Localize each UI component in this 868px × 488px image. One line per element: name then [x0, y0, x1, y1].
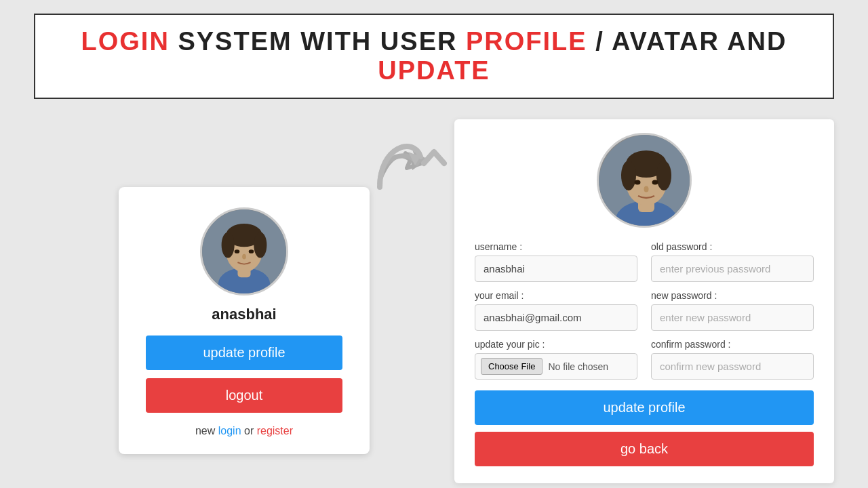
header-title: LOGIN SYSTEM WITH USER PROFILE / AVATAR … [56, 27, 812, 85]
old-password-input[interactable] [651, 256, 814, 282]
file-upload-group: update your pic : Choose File No file ch… [475, 339, 637, 380]
email-label: your email : [475, 290, 637, 301]
form-update-profile-button[interactable]: update profile [475, 390, 814, 425]
svg-point-20 [635, 180, 641, 185]
svg-point-9 [254, 232, 267, 258]
file-chosen-text: No file chosen [548, 361, 608, 372]
username-label: username : [475, 241, 637, 252]
header-login: LOGIN [81, 27, 170, 56]
arrow-decoration [366, 126, 448, 203]
new-user-section: new login or register [195, 425, 293, 437]
update-profile-button[interactable]: update profile [146, 336, 342, 370]
old-password-group: old password : [651, 241, 814, 282]
header-avatar: / AVATAR AND [587, 27, 787, 56]
login-link[interactable]: login [218, 425, 241, 436]
profile-avatar-large [597, 133, 692, 228]
username-input[interactable] [475, 256, 637, 282]
svg-point-8 [222, 232, 235, 258]
confirm-password-input[interactable] [651, 353, 814, 380]
confirm-password-group: confirm password : [651, 339, 814, 380]
new-password-input[interactable] [651, 304, 814, 331]
choose-file-button[interactable]: Choose File [481, 358, 542, 375]
new-password-label: new password : [651, 290, 814, 301]
update-pic-label: update your pic : [475, 339, 637, 350]
svg-point-18 [621, 161, 636, 190]
username-group: username : [475, 241, 637, 282]
svg-point-21 [652, 180, 658, 185]
email-input[interactable] [475, 304, 637, 331]
user-card: anasbhai update profile logout new login… [119, 187, 370, 454]
logout-button[interactable]: logout [146, 378, 342, 413]
header-system: SYSTEM WITH USER [170, 27, 466, 56]
avatar [200, 207, 288, 296]
main-content: anasbhai update profile logout new login… [34, 119, 834, 483]
right-panel: username : old password : your email : n… [454, 119, 834, 483]
header-banner: LOGIN SYSTEM WITH USER PROFILE / AVATAR … [34, 14, 834, 99]
new-password-group: new password : [651, 290, 814, 331]
file-input-wrapper: Choose File No file chosen [475, 353, 637, 380]
old-password-label: old password : [651, 241, 814, 252]
go-back-button[interactable]: go back [475, 432, 814, 466]
form-grid: username : old password : your email : n… [475, 241, 814, 380]
svg-point-22 [644, 186, 649, 192]
card-username: anasbhai [212, 306, 276, 323]
register-link[interactable]: register [257, 425, 293, 436]
email-group: your email : [475, 290, 637, 331]
svg-point-12 [242, 254, 246, 260]
confirm-password-label: confirm password : [651, 339, 814, 350]
or-text: or [241, 425, 257, 436]
svg-point-11 [249, 249, 254, 253]
svg-point-10 [235, 249, 240, 253]
left-panel: anasbhai update profile logout new login… [34, 119, 454, 454]
header-update: UPDATE [378, 56, 490, 85]
header-profile: PROFILE [466, 27, 587, 56]
svg-point-19 [656, 161, 671, 190]
new-text: new [195, 425, 218, 436]
